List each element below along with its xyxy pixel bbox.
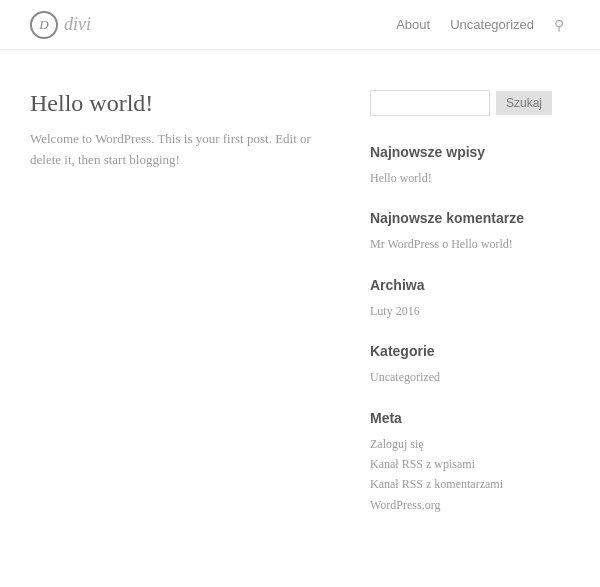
logo-area: D divi: [30, 11, 91, 39]
meta-wordpress-org[interactable]: WordPress.org: [370, 495, 570, 515]
archive-item[interactable]: Luty 2016: [370, 301, 570, 321]
widget-categories-title: Kategorie: [370, 343, 570, 359]
main-container: Hello world! Welcome to WordPress. This …: [0, 50, 600, 587]
widget-archives: Archiwa Luty 2016: [370, 277, 570, 321]
search-box: Szukaj: [370, 90, 570, 116]
content-area: Hello world! Welcome to WordPress. This …: [30, 90, 330, 537]
widget-recent-comments-title: Najnowsze komentarze: [370, 210, 570, 226]
meta-login[interactable]: Zaloguj się: [370, 434, 570, 454]
widget-meta: Meta Zaloguj się Kanał RSS z wpisami Kan…: [370, 410, 570, 516]
search-input[interactable]: [370, 90, 490, 116]
logo-name: divi: [64, 14, 91, 35]
nav-about[interactable]: About: [396, 17, 430, 32]
post-excerpt: Welcome to WordPress. This is your first…: [30, 129, 330, 171]
recent-comment-item[interactable]: Mr WordPress o Hello world!: [370, 234, 570, 254]
widget-categories: Kategorie Uncategorized: [370, 343, 570, 387]
main-nav: About Uncategorized ⚲: [396, 17, 570, 33]
meta-rss-posts[interactable]: Kanał RSS z wpisami: [370, 454, 570, 474]
widget-meta-title: Meta: [370, 410, 570, 426]
category-item[interactable]: Uncategorized: [370, 367, 570, 387]
logo-icon: D: [30, 11, 58, 39]
widget-recent-posts-title: Najnowsze wpisy: [370, 144, 570, 160]
widget-recent-posts: Najnowsze wpisy Hello world!: [370, 144, 570, 188]
search-toggle-icon[interactable]: ⚲: [554, 17, 570, 33]
sidebar: Szukaj Najnowsze wpisy Hello world! Najn…: [370, 90, 570, 537]
post-title: Hello world!: [30, 90, 330, 117]
widget-recent-comments: Najnowsze komentarze Mr WordPress o Hell…: [370, 210, 570, 254]
nav-uncategorized[interactable]: Uncategorized: [450, 17, 534, 32]
site-header: D divi About Uncategorized ⚲: [0, 0, 600, 50]
recent-post-item[interactable]: Hello world!: [370, 168, 570, 188]
search-button[interactable]: Szukaj: [496, 91, 552, 115]
meta-rss-comments[interactable]: Kanał RSS z komentarzami: [370, 474, 570, 494]
logo-letter: D: [39, 17, 48, 33]
widget-archives-title: Archiwa: [370, 277, 570, 293]
